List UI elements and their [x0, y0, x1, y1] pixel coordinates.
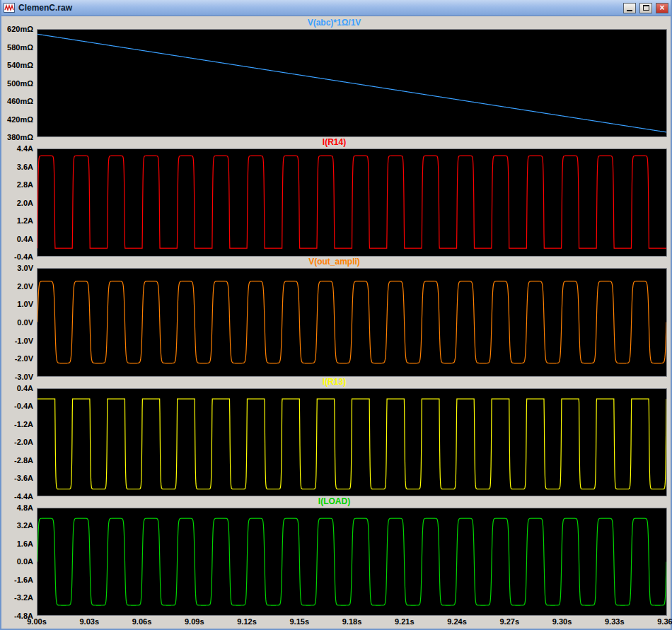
y-tick-label: -3.6A [14, 474, 33, 482]
x-tick-label: 9.06s [132, 617, 152, 626]
y-tick-label: 4.8A [17, 503, 33, 512]
trace-4 [37, 399, 666, 489]
waveform-svg-4 [37, 389, 666, 496]
y-axis-labels-3: 3.0V2.0V1.0V0.0V-1.0V-2.0V-3.0V [1, 268, 37, 376]
x-tick-label: 9.12s [237, 617, 257, 626]
y-tick-label: 3.0V [17, 264, 33, 272]
y-tick-label: 0.4A [17, 235, 33, 243]
y-tick-label: 3.6A [17, 163, 33, 171]
pane-title-4: I(R13) [1, 377, 667, 388]
pane-title-1: V(abc)*1Ω/1V [1, 18, 667, 29]
pane-body-4: 0.4A-0.4A-1.2A-2.0A-2.8A-3.6A-4.4A [1, 388, 667, 496]
minimize-button[interactable] [623, 3, 636, 13]
trace-2 [37, 156, 666, 249]
y-tick-label: -0.4A [14, 252, 33, 261]
y-tick-label: 4.4A [17, 144, 33, 153]
plot-area-3[interactable] [37, 268, 667, 376]
y-tick-label: 420mΩ [7, 115, 33, 124]
y-tick-label: -1.0V [15, 337, 33, 345]
plot-area-2[interactable] [37, 148, 667, 257]
y-tick-label: 460mΩ [7, 97, 33, 105]
x-tick-label: 9.30s [552, 617, 572, 626]
pane-body-2: 4.4A3.6A2.8A2.0A1.2A0.4A-0.4A [1, 148, 667, 257]
waveform-svg-1 [37, 30, 666, 136]
y-tick-label: 3.2A [17, 521, 33, 530]
y-tick-label: 1.6A [17, 539, 33, 548]
pane-body-3: 3.0V2.0V1.0V0.0V-1.0V-2.0V-3.0V [1, 268, 667, 376]
plot-area-4[interactable] [37, 388, 667, 496]
x-tick-label: 9.18s [342, 617, 362, 626]
x-tick-label: 9.36s [657, 617, 672, 626]
y-axis-labels-4: 0.4A-0.4A-1.2A-2.0A-2.8A-3.6A-4.4A [1, 388, 37, 496]
plot-panes: V(abc)*1Ω/1V620mΩ580mΩ540mΩ500mΩ460mΩ420… [1, 16, 671, 616]
close-button[interactable]: × [656, 3, 668, 13]
y-tick-label: -1.2A [14, 420, 33, 428]
y-tick-label: -2.8A [14, 456, 33, 465]
plot-area-5[interactable] [37, 508, 667, 616]
y-tick-label: 1.2A [17, 216, 33, 225]
pane-body-5: 4.8A3.2A1.6A0.0A-1.6A-3.2A-4.8A [1, 508, 667, 616]
plot-area-1[interactable] [37, 29, 667, 137]
waveform-svg-2 [37, 149, 666, 256]
x-tick-label: 9.27s [499, 617, 519, 626]
waveform-svg-3 [37, 269, 666, 375]
y-tick-label: -0.4A [14, 402, 33, 410]
pane-title-2: I(R14) [1, 137, 667, 148]
maximize-button[interactable] [639, 3, 652, 13]
waveform-svg-5 [37, 508, 666, 615]
app-waveform-icon [4, 2, 15, 13]
x-axis-labels: 9.00s9.03s9.06s9.09s9.12s9.15s9.18s9.21s… [37, 616, 667, 629]
x-tick-label: 9.09s [185, 617, 204, 626]
plot-pane-1: V(abc)*1Ω/1V620mΩ580mΩ540mΩ500mΩ460mΩ420… [1, 18, 667, 137]
x-tick-label: 9.00s [27, 617, 47, 626]
y-tick-label: -3.0V [15, 373, 33, 381]
x-tick-label: 9.24s [447, 617, 467, 626]
y-tick-label: 2.8A [17, 180, 33, 189]
y-tick-label: 1.0V [17, 300, 33, 308]
y-axis-labels-1: 620mΩ580mΩ540mΩ500mΩ460mΩ420mΩ380mΩ [1, 29, 37, 137]
y-tick-label: 2.0A [17, 199, 33, 207]
trace-5 [37, 518, 666, 605]
close-icon: × [659, 4, 664, 13]
plot-pane-2: I(R14)4.4A3.6A2.8A2.0A1.2A0.4A-0.4A [1, 137, 667, 257]
y-tick-label: 0.0V [17, 318, 33, 327]
y-tick-label: 620mΩ [7, 25, 33, 33]
x-tick-label: 9.33s [605, 617, 625, 626]
plot-pane-5: I(LOAD)4.8A3.2A1.6A0.0A-1.6A-3.2A-4.8A [1, 496, 667, 616]
y-tick-label: -2.0A [14, 438, 33, 446]
y-tick-label: -2.0V [15, 354, 33, 363]
titlebar[interactable]: ClemenC.raw × [1, 0, 671, 16]
window-title: ClemenC.raw [17, 3, 620, 13]
y-tick-label: 380mΩ [7, 133, 33, 141]
y-tick-label: 0.4A [17, 384, 33, 392]
y-tick-label: -1.6A [14, 576, 33, 584]
x-tick-label: 9.15s [289, 617, 309, 626]
y-tick-label: 500mΩ [7, 79, 33, 88]
trace-3 [37, 281, 666, 363]
plot-pane-3: V(out_ampli)3.0V2.0V1.0V0.0V-1.0V-2.0V-3… [1, 257, 667, 376]
x-tick-label: 9.21s [395, 617, 415, 626]
minimize-icon [627, 10, 632, 11]
pane-title-3: V(out_ampli) [1, 257, 667, 268]
y-tick-label: 580mΩ [7, 43, 33, 52]
maximize-icon [643, 5, 649, 11]
y-tick-label: 0.0A [17, 557, 33, 566]
ltspice-waveform-window: ClemenC.raw × V(abc)*1Ω/1V620mΩ580mΩ540m… [0, 0, 672, 630]
y-tick-label: 540mΩ [7, 61, 33, 69]
y-tick-label: 2.0V [17, 282, 33, 291]
y-axis-labels-5: 4.8A3.2A1.6A0.0A-1.6A-3.2A-4.8A [1, 508, 37, 616]
trace-1 [37, 34, 666, 132]
pane-body-1: 620mΩ580mΩ540mΩ500mΩ460mΩ420mΩ380mΩ [1, 29, 667, 137]
pane-title-5: I(LOAD) [1, 496, 667, 508]
plot-pane-4: I(R13)0.4A-0.4A-1.2A-2.0A-2.8A-3.6A-4.4A [1, 377, 667, 496]
y-axis-labels-2: 4.4A3.6A2.8A2.0A1.2A0.4A-0.4A [1, 148, 37, 257]
y-tick-label: -4.4A [14, 492, 33, 501]
y-tick-label: -3.2A [14, 593, 33, 602]
x-tick-label: 9.03s [79, 617, 99, 626]
